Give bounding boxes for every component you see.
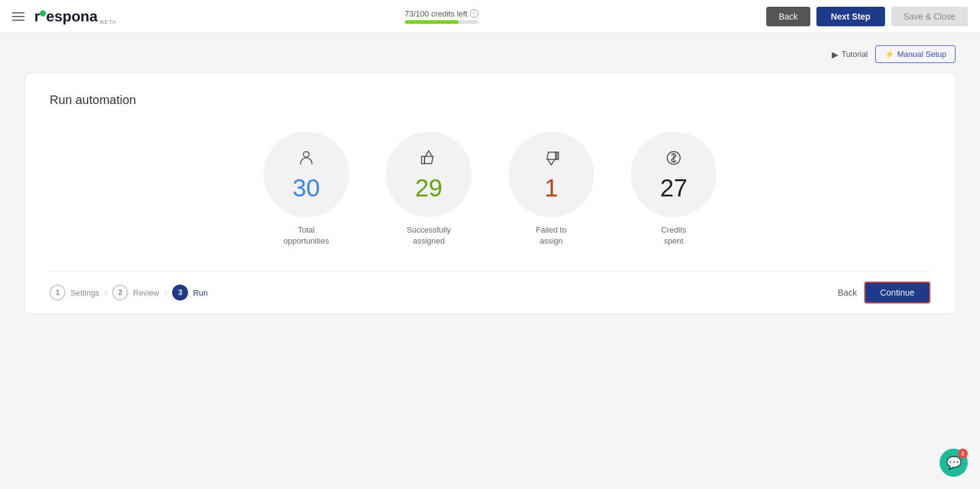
thumbsdown-icon — [543, 149, 560, 171]
step-3-label: Run — [193, 288, 208, 297]
credits-spent-value: 27 — [660, 176, 688, 200]
stat-credits-spent: 27 Creditsspent — [631, 132, 717, 247]
credits-fill — [405, 20, 459, 24]
credits-info: 73/100 credits left i — [405, 9, 479, 24]
step-arrow-1: › — [104, 287, 107, 298]
logo-dot — [40, 10, 46, 17]
header-credits: 73/100 credits left i — [405, 9, 479, 24]
step-3-badge: 3 — [172, 285, 188, 300]
credits-spent-label: Creditsspent — [661, 225, 686, 247]
header-actions: Back Next Step Save & Close — [766, 7, 968, 26]
failed-assign-label: Failed toassign — [536, 225, 567, 247]
stats-row: 30 Totalopportunities 29 Success — [50, 132, 930, 271]
wizard-step-3: 3 Run — [172, 285, 208, 300]
stat-successfully-assigned: 29 Successfullyassigned — [386, 132, 472, 247]
credits-bar — [405, 20, 478, 24]
footer-actions: Back Continue — [838, 282, 930, 304]
tutorial-label: Tutorial — [842, 50, 868, 59]
stat-circle-total: 30 — [263, 132, 349, 217]
next-step-button[interactable]: Next Step — [816, 7, 886, 26]
footer-back-button[interactable]: Back — [838, 288, 857, 297]
successfully-assigned-label: Successfullyassigned — [407, 225, 451, 247]
total-opportunities-label: Totalopportunities — [284, 225, 329, 247]
credits-text: 73/100 credits left i — [405, 9, 479, 18]
manual-setup-button[interactable]: ⚡ Manual Setup — [875, 45, 956, 63]
wizard-step-2: 2 Review — [112, 285, 159, 300]
header-left: r espona BETA — [12, 8, 116, 25]
step-1-label: Settings — [70, 288, 99, 297]
credits-label: 73/100 credits left — [405, 9, 468, 18]
logo-beta: BETA — [100, 19, 116, 25]
total-opportunities-value: 30 — [293, 176, 320, 200]
step-2-label: Review — [133, 288, 159, 297]
step-2-badge: 2 — [112, 285, 128, 300]
wizard-footer: 1 Settings › 2 Review › 3 Run Back Conti… — [50, 271, 930, 313]
stat-circle-failed: 1 — [508, 132, 594, 217]
stat-failed-assign: 1 Failed toassign — [508, 132, 594, 247]
logo-text: r — [34, 8, 40, 25]
dollar-icon — [665, 149, 682, 171]
run-automation-card: Run automation 30 Totalopportunities — [24, 73, 956, 314]
manual-setup-label: Manual Setup — [897, 50, 946, 59]
play-icon: ▶ — [832, 50, 839, 59]
thumbsup-icon — [420, 149, 437, 171]
wizard-step-1: 1 Settings — [50, 285, 99, 300]
hamburger-menu[interactable] — [12, 12, 24, 21]
logo-espona: espona — [46, 8, 97, 25]
successfully-assigned-value: 29 — [415, 176, 443, 200]
stat-circle-credits: 27 — [631, 132, 717, 217]
failed-assign-value: 1 — [545, 176, 558, 200]
person-icon — [298, 149, 315, 171]
credits-info-icon[interactable]: i — [470, 9, 478, 18]
svg-point-0 — [303, 151, 309, 157]
wizard-steps: 1 Settings › 2 Review › 3 Run — [50, 285, 208, 300]
continue-button[interactable]: Continue — [864, 282, 930, 304]
card-title: Run automation — [50, 93, 930, 107]
back-button[interactable]: Back — [766, 7, 810, 26]
step-arrow-2: › — [164, 287, 167, 298]
stat-circle-success: 29 — [386, 132, 472, 217]
top-actions: ▶ Tutorial ⚡ Manual Setup — [24, 45, 956, 63]
main-content: ▶ Tutorial ⚡ Manual Setup Run automation — [0, 33, 980, 326]
lightning-icon: ⚡ — [884, 50, 894, 59]
step-1-badge: 1 — [50, 285, 66, 300]
tutorial-button[interactable]: ▶ Tutorial — [832, 50, 868, 59]
stat-total-opportunities: 30 Totalopportunities — [263, 132, 349, 247]
logo: r espona BETA — [34, 8, 116, 25]
save-close-button[interactable]: Save & Close — [891, 7, 968, 26]
app-header: r espona BETA 73/100 credits left i Back… — [0, 0, 980, 33]
